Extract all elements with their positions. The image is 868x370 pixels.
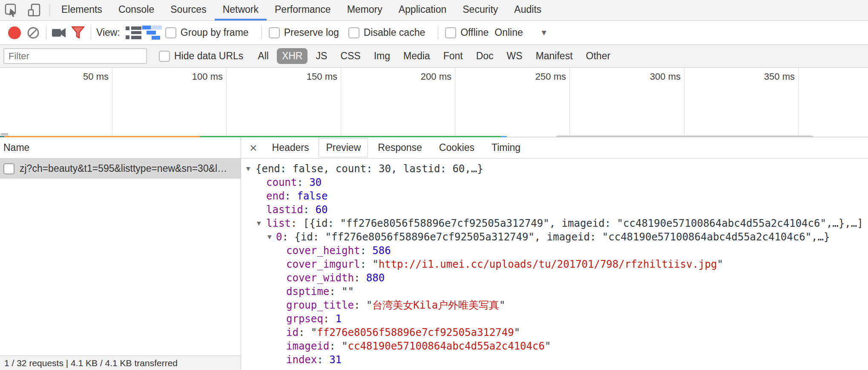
divider <box>438 26 438 39</box>
json-string: cc48190e57100864abc4d55a2c4104c6 <box>348 340 545 352</box>
ruler-gridline <box>341 68 341 137</box>
filter-type-manifest[interactable]: Manifest <box>531 48 578 64</box>
preserve-log-checkbox[interactable] <box>269 27 280 38</box>
tab-elements[interactable]: Elements <box>53 0 110 20</box>
devtools-window: ElementsConsoleSourcesNetworkPerformance… <box>0 0 868 370</box>
json-line[interactable]: group_title: "台湾美女Kila户外唯美写真" <box>246 298 868 312</box>
json-number: 31 <box>329 354 342 366</box>
filter-type-js[interactable]: JS <box>310 48 332 64</box>
json-text: " <box>499 299 505 311</box>
detail-tab-cookies[interactable]: Cookies <box>432 138 482 157</box>
json-line[interactable]: cover_height: 586 <box>246 244 868 257</box>
request-row[interactable]: zj?ch=beauty&t1=595&listtype=new&sn=30&l… <box>0 159 241 179</box>
hide-data-urls-checkbox[interactable] <box>159 51 170 62</box>
waterfall-view-button[interactable] <box>143 24 162 41</box>
group-by-frame-toggle[interactable]: Group by frame <box>165 27 249 38</box>
close-icon[interactable]: × <box>245 142 262 154</box>
json-line[interactable]: cover_width: 880 <box>246 271 868 285</box>
filter-type-all[interactable]: All <box>253 48 274 64</box>
filter-type-doc[interactable]: Doc <box>471 48 499 64</box>
tab-memory[interactable]: Memory <box>339 0 391 20</box>
group-by-frame-checkbox[interactable] <box>165 27 176 38</box>
network-toolbar: View: <box>0 21 868 45</box>
detail-tab-headers[interactable]: Headers <box>265 138 316 157</box>
json-string: 台湾美女Kila户外唯美写真 <box>372 299 499 311</box>
detail-tab-preview[interactable]: Preview <box>319 138 368 157</box>
device-toolbar-button[interactable] <box>23 0 46 20</box>
json-line[interactable]: index: 31 <box>246 353 868 367</box>
filter-button[interactable] <box>69 24 87 41</box>
record-button[interactable] <box>5 24 24 41</box>
json-text: : "" <box>329 286 354 298</box>
expand-triangle-icon[interactable]: ▼ <box>257 217 261 230</box>
json-line[interactable]: ▼0: {id: "ff276e8056f58896e7cf92505a3127… <box>246 230 868 244</box>
json-string: ff276e8056f58896e7cf92505a312749 <box>317 327 514 338</box>
request-checkbox[interactable] <box>3 163 14 174</box>
clear-button[interactable] <box>24 24 43 41</box>
filter-type-font[interactable]: Font <box>438 48 468 64</box>
tab-sources[interactable]: Sources <box>162 0 214 20</box>
view-label: View: <box>96 27 120 38</box>
json-line[interactable]: count: 30 <box>246 176 868 189</box>
detail-tab-response[interactable]: Response <box>371 138 429 157</box>
tab-security[interactable]: Security <box>454 0 506 20</box>
filter-type-media[interactable]: Media <box>398 48 435 64</box>
capture-screenshots-button[interactable] <box>50 24 69 41</box>
json-line[interactable]: end: false <box>246 189 868 203</box>
disable-cache-checkbox[interactable] <box>348 27 359 38</box>
json-line[interactable]: cover_imgurl: "http://i1.umei.cc/uploads… <box>246 257 868 271</box>
json-text: : <box>297 176 309 188</box>
devtools-tabbar: ElementsConsoleSourcesNetworkPerformance… <box>0 0 868 21</box>
json-line[interactable]: ▼{end: false, count: 30, lastid: 60,…} <box>246 162 868 176</box>
record-icon <box>8 26 21 39</box>
json-key: cover_width <box>286 272 354 284</box>
divider <box>46 26 46 39</box>
json-key: imageid <box>286 340 329 352</box>
json-text: : {id: "ff276e8056f58896e7cf92505a312749… <box>282 231 830 243</box>
throttling-select[interactable]: Online <box>494 27 523 38</box>
json-line[interactable]: imageid: "cc48190e57100864abc4d55a2c4104… <box>246 339 868 353</box>
inspect-icon <box>4 3 19 17</box>
json-line[interactable]: id: "ff276e8056f58896e7cf92505a312749" <box>246 326 868 339</box>
list-view-button[interactable] <box>124 24 143 41</box>
offline-checkbox[interactable] <box>445 27 456 38</box>
tab-strip: ElementsConsoleSourcesNetworkPerformance… <box>53 0 549 20</box>
json-text: : <box>303 204 316 216</box>
filter-type-img[interactable]: Img <box>369 48 395 64</box>
tab-performance[interactable]: Performance <box>267 0 339 20</box>
json-number: 60 <box>316 204 328 216</box>
preserve-log-label: Preserve log <box>284 27 339 38</box>
chevron-down-icon[interactable]: ▼ <box>540 28 548 38</box>
json-line[interactable]: dsptime: "" <box>246 285 868 298</box>
network-overview[interactable]: 50 ms100 ms150 ms200 ms250 ms300 ms350 m… <box>0 68 868 137</box>
divider <box>91 26 91 39</box>
network-filterbar: Hide data URLs AllXHRJSCSSImgMediaFontDo… <box>0 45 868 68</box>
json-number: 586 <box>372 245 391 257</box>
filter-type-ws[interactable]: WS <box>502 48 528 64</box>
ruler-tick-label: 150 ms <box>273 71 337 82</box>
json-line[interactable]: grpseq: 1 <box>246 312 868 326</box>
expand-triangle-icon[interactable]: ▼ <box>267 230 272 244</box>
filter-type-xhr[interactable]: XHR <box>277 48 308 64</box>
hide-data-urls-toggle[interactable]: Hide data URLs <box>159 50 243 62</box>
json-line[interactable]: ▼list: [{id: "ff276e8056f58896e7cf92505a… <box>246 217 868 230</box>
tab-network[interactable]: Network <box>215 0 267 20</box>
filter-type-other[interactable]: Other <box>581 48 616 64</box>
filter-icon <box>71 26 85 40</box>
requests-pane: Name zj?ch=beauty&t1=595&listtype=new&sn… <box>0 137 241 370</box>
json-line[interactable]: lastid: 60 <box>246 203 868 217</box>
tab-application[interactable]: Application <box>391 0 455 20</box>
filter-input[interactable] <box>3 48 147 64</box>
preserve-log-toggle[interactable]: Preserve log <box>269 27 339 38</box>
tab-console[interactable]: Console <box>110 0 162 20</box>
detail-tab-timing[interactable]: Timing <box>484 138 528 157</box>
offline-toggle[interactable]: Offline <box>445 27 489 38</box>
tab-audits[interactable]: Audits <box>506 0 549 20</box>
name-column-header[interactable]: Name <box>0 137 241 159</box>
inspect-button[interactable] <box>0 0 23 20</box>
disable-cache-toggle[interactable]: Disable cache <box>348 27 425 38</box>
ruler-tick-label: 350 ms <box>730 71 795 82</box>
filter-type-css[interactable]: CSS <box>335 48 365 64</box>
device-toolbar-icon <box>27 3 42 17</box>
expand-triangle-icon[interactable]: ▼ <box>246 162 250 176</box>
